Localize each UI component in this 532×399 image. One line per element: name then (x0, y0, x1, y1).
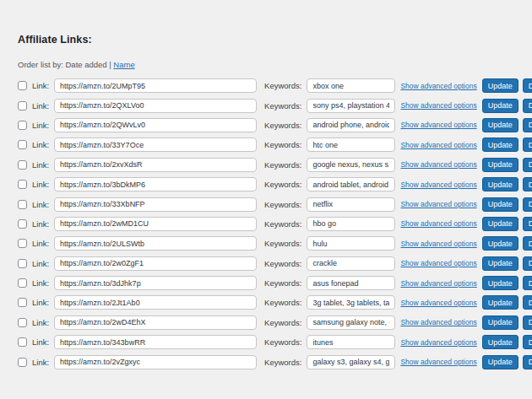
row-checkbox[interactable] (18, 259, 27, 268)
delete-button[interactable]: Delete (523, 118, 532, 132)
keywords-input[interactable] (307, 355, 395, 369)
update-button[interactable]: Update (482, 177, 518, 191)
update-button[interactable]: Update (482, 78, 518, 93)
link-url-input[interactable] (54, 158, 257, 172)
delete-button[interactable]: Delete (523, 78, 532, 93)
update-button[interactable]: Update (482, 137, 518, 152)
keywords-input[interactable] (307, 197, 395, 212)
keywords-input[interactable] (307, 118, 395, 132)
link-label: Link: (32, 160, 49, 170)
update-button[interactable]: Update (482, 99, 518, 113)
show-advanced-options-link[interactable]: Show advanced options (400, 318, 476, 326)
show-advanced-options-link[interactable]: Show advanced options (400, 121, 476, 129)
show-advanced-options-link[interactable]: Show advanced options (400, 160, 476, 169)
keywords-input[interactable] (307, 78, 395, 93)
row-checkbox[interactable] (18, 160, 27, 170)
link-url-input[interactable] (54, 217, 257, 231)
row-checkbox[interactable] (18, 200, 27, 209)
row-checkbox[interactable] (18, 239, 27, 248)
row-checkbox[interactable] (18, 140, 27, 149)
link-label: Link: (32, 140, 49, 149)
keywords-input[interactable] (307, 315, 395, 330)
show-advanced-options-link[interactable]: Show advanced options (400, 181, 476, 189)
update-button[interactable]: Update (482, 256, 518, 271)
delete-button[interactable]: Delete (523, 315, 532, 330)
delete-button[interactable]: Delete (523, 355, 532, 369)
link-url-input[interactable] (54, 78, 257, 93)
keywords-input[interactable] (307, 335, 395, 349)
keywords-input[interactable] (307, 256, 395, 271)
show-advanced-options-link[interactable]: Show advanced options (400, 259, 476, 267)
link-label: Link: (32, 278, 49, 288)
keywords-input[interactable] (307, 99, 395, 113)
show-advanced-options-link[interactable]: Show advanced options (400, 358, 476, 366)
show-advanced-options-link[interactable]: Show advanced options (400, 200, 476, 208)
show-advanced-options-link[interactable]: Show advanced options (400, 240, 476, 248)
show-advanced-options-link[interactable]: Show advanced options (400, 299, 476, 307)
update-button[interactable]: Update (482, 276, 518, 290)
row-checkbox[interactable] (18, 358, 27, 367)
link-url-input[interactable] (54, 177, 257, 191)
delete-button[interactable]: Delete (523, 217, 532, 231)
order-list-label: Order list by: Date added | (18, 60, 111, 69)
row-checkbox[interactable] (18, 278, 27, 288)
link-url-input[interactable] (54, 355, 257, 369)
link-url-input[interactable] (54, 118, 257, 132)
update-button[interactable]: Update (482, 158, 518, 172)
link-url-input[interactable] (54, 236, 257, 251)
update-button[interactable]: Update (482, 236, 518, 251)
row-checkbox[interactable] (18, 219, 27, 229)
keywords-label: Keywords: (264, 200, 301, 209)
link-url-input[interactable] (54, 256, 257, 271)
show-advanced-options-link[interactable]: Show advanced options (400, 338, 476, 347)
row-checkbox[interactable] (18, 121, 27, 130)
update-button[interactable]: Update (482, 295, 518, 310)
row-checkbox[interactable] (18, 337, 27, 347)
link-url-input[interactable] (54, 99, 257, 113)
affiliate-link-row: Link: Keywords: Show advanced options Up… (18, 234, 532, 253)
row-checkbox[interactable] (18, 180, 27, 189)
delete-button[interactable]: Delete (523, 158, 532, 172)
delete-button[interactable]: Delete (523, 137, 532, 152)
keywords-input[interactable] (307, 177, 395, 191)
update-button[interactable]: Update (482, 315, 518, 330)
update-button[interactable]: Update (482, 197, 518, 212)
row-checkbox[interactable] (18, 101, 27, 111)
show-advanced-options-link[interactable]: Show advanced options (400, 82, 476, 90)
affiliate-link-row: Link: Keywords: Show advanced options Up… (18, 332, 532, 352)
keywords-input[interactable] (307, 295, 395, 310)
delete-button[interactable]: Delete (523, 335, 532, 349)
keywords-input[interactable] (307, 236, 395, 251)
link-url-input[interactable] (54, 197, 257, 212)
row-checkbox[interactable] (18, 298, 27, 307)
keywords-label: Keywords: (264, 298, 301, 307)
delete-button[interactable]: Delete (523, 99, 532, 113)
show-advanced-options-link[interactable]: Show advanced options (400, 279, 476, 288)
keywords-input[interactable] (307, 158, 395, 172)
keywords-input[interactable] (307, 137, 395, 152)
update-button[interactable]: Update (482, 118, 518, 132)
update-button[interactable]: Update (482, 355, 518, 369)
keywords-input[interactable] (307, 276, 395, 290)
delete-button[interactable]: Delete (523, 197, 532, 212)
delete-button[interactable]: Delete (523, 295, 532, 310)
delete-button[interactable]: Delete (523, 236, 532, 251)
update-button[interactable]: Update (482, 335, 518, 349)
order-by-name-link[interactable]: Name (113, 60, 134, 69)
show-advanced-options-link[interactable]: Show advanced options (400, 141, 476, 149)
row-checkbox[interactable] (18, 81, 27, 90)
link-url-input[interactable] (54, 276, 257, 290)
update-button[interactable]: Update (482, 217, 518, 231)
delete-button[interactable]: Delete (523, 256, 532, 271)
link-url-input[interactable] (54, 315, 257, 330)
delete-button[interactable]: Delete (523, 276, 532, 290)
link-url-input[interactable] (54, 335, 257, 349)
show-advanced-options-link[interactable]: Show advanced options (400, 219, 476, 228)
keywords-input[interactable] (307, 217, 395, 231)
link-url-input[interactable] (54, 295, 257, 310)
affiliate-link-row: Link: Keywords: Show advanced options Up… (18, 95, 532, 115)
show-advanced-options-link[interactable]: Show advanced options (400, 101, 476, 110)
delete-button[interactable]: Delete (523, 177, 532, 191)
link-url-input[interactable] (54, 137, 257, 152)
row-checkbox[interactable] (18, 318, 27, 327)
